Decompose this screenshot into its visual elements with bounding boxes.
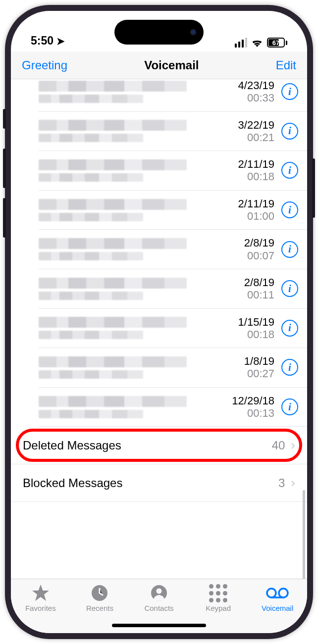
greeting-button[interactable]: Greeting (22, 58, 67, 72)
svg-point-3 (267, 589, 276, 597)
star-icon (32, 584, 50, 602)
voicemail-row[interactable]: 1/15/1900:18 i (39, 309, 307, 348)
voicemail-row[interactable]: 1/8/1900:27 i (39, 348, 307, 388)
voicemail-list[interactable]: 4/23/1900:33 i 3/22/1900:21 i 2/11/1900:… (11, 79, 307, 579)
info-icon[interactable]: i (281, 123, 298, 140)
caller-redacted (39, 278, 213, 300)
deleted-messages-label: Deleted Messages (23, 439, 266, 452)
iphone-frame: 5:50 ➤ 67 Greeting Voicemail Edit 4/23/1… (5, 5, 313, 639)
info-icon[interactable]: i (281, 83, 298, 100)
voicemail-icon (266, 584, 289, 602)
voicemail-row[interactable]: 2/8/1900:07 i (39, 230, 307, 269)
voicemail-duration: 01:00 (220, 210, 274, 222)
tab-label: Voicemail (262, 604, 293, 612)
deleted-messages-row[interactable]: Deleted Messages 40 › (11, 427, 307, 464)
side-button (3, 109, 6, 129)
wifi-icon (251, 38, 263, 47)
caller-redacted (39, 317, 213, 339)
location-icon: ➤ (56, 35, 65, 47)
deleted-messages-count: 40 (272, 439, 285, 452)
voicemail-date: 1/8/19 (220, 355, 274, 367)
battery-icon: 67 (267, 38, 287, 48)
voicemail-row[interactable]: 4/23/1900:33 i (39, 79, 307, 112)
clock-icon (91, 584, 108, 602)
caller-redacted (39, 159, 213, 182)
svg-point-2 (156, 589, 161, 594)
voicemail-date: 1/15/19 (220, 316, 274, 328)
info-icon[interactable]: i (281, 280, 298, 297)
info-icon[interactable]: i (281, 359, 298, 376)
voicemail-duration: 00:11 (220, 289, 274, 301)
voicemail-duration: 00:33 (220, 92, 274, 104)
power-button (312, 158, 315, 218)
tab-label: Contacts (144, 604, 173, 612)
caller-redacted (39, 199, 213, 221)
scroll-indicator (303, 490, 305, 579)
tab-label: Recents (86, 604, 113, 612)
info-icon[interactable]: i (281, 162, 298, 179)
svg-point-4 (279, 589, 288, 597)
voicemail-date: 2/11/19 (220, 198, 274, 210)
voicemail-duration: 00:13 (220, 407, 274, 419)
voicemail-row[interactable]: 3/22/1900:21 i (39, 112, 307, 151)
screen: 5:50 ➤ 67 Greeting Voicemail Edit 4/23/1… (11, 11, 307, 633)
keypad-icon (209, 584, 227, 602)
volume-up-button (3, 149, 6, 188)
caller-redacted (39, 81, 213, 103)
tab-voicemail[interactable]: Voicemail (248, 584, 307, 612)
edit-button[interactable]: Edit (276, 58, 296, 72)
voicemail-row[interactable]: 2/11/1901:00 i (39, 191, 307, 230)
tab-label: Keypad (206, 604, 231, 612)
voicemail-duration: 00:18 (220, 328, 274, 341)
chevron-right-icon: › (291, 438, 295, 453)
voicemail-date: 4/23/19 (220, 79, 274, 92)
tab-recents[interactable]: Recents (70, 584, 130, 612)
voicemail-duration: 00:07 (220, 249, 274, 262)
voicemail-date: 2/11/19 (220, 158, 274, 170)
voicemail-duration: 00:18 (220, 170, 274, 183)
status-time: 5:50 (31, 34, 53, 48)
dynamic-island (114, 20, 204, 45)
blocked-messages-count: 3 (278, 476, 285, 490)
info-icon[interactable]: i (281, 241, 298, 258)
caller-redacted (39, 120, 213, 142)
voicemail-row[interactable]: 12/29/1800:13 i (39, 388, 307, 427)
volume-down-button (3, 198, 6, 238)
cellular-icon (235, 38, 247, 48)
tab-keypad[interactable]: Keypad (189, 584, 248, 612)
info-icon[interactable]: i (281, 320, 298, 337)
voicemail-row[interactable]: 2/8/1900:11 i (39, 269, 307, 309)
tab-label: Favorites (25, 604, 56, 612)
home-indicator[interactable] (112, 624, 206, 627)
voicemail-duration: 00:27 (220, 367, 274, 380)
page-title: Voicemail (144, 58, 199, 72)
blocked-messages-label: Blocked Messages (23, 476, 272, 490)
tab-contacts[interactable]: Contacts (129, 584, 189, 612)
voicemail-row[interactable]: 2/11/1900:18 i (39, 151, 307, 191)
tab-favorites[interactable]: Favorites (11, 584, 70, 612)
blocked-messages-row[interactable]: Blocked Messages 3 › (11, 464, 307, 502)
voicemail-date: 12/29/18 (220, 395, 274, 407)
info-icon[interactable]: i (281, 201, 298, 218)
voicemail-date: 2/8/19 (220, 276, 274, 289)
info-icon[interactable]: i (281, 398, 298, 415)
caller-redacted (39, 356, 213, 379)
voicemail-duration: 00:21 (220, 131, 274, 144)
voicemail-date: 3/22/19 (220, 119, 274, 131)
nav-bar: Greeting Voicemail Edit (11, 51, 307, 79)
voicemail-date: 2/8/19 (220, 237, 274, 249)
caller-redacted (39, 396, 213, 418)
caller-redacted (39, 238, 213, 260)
chevron-right-icon: › (291, 475, 295, 491)
person-icon (151, 584, 167, 602)
